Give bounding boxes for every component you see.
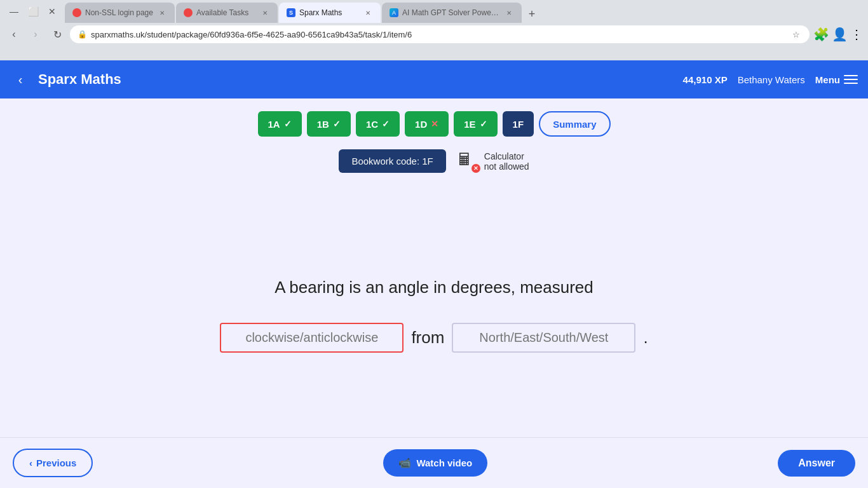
answer-button[interactable]: Answer bbox=[778, 450, 855, 477]
task-tab-summary[interactable]: Summary bbox=[539, 111, 610, 137]
tab-favicon-4: A bbox=[390, 8, 398, 17]
answer-row: from . bbox=[220, 323, 648, 353]
menu-label: Menu bbox=[815, 74, 840, 85]
tab-1b-check: ✓ bbox=[333, 119, 341, 129]
tab-1b-label: 1B bbox=[317, 119, 329, 130]
tab-1f-label: 1F bbox=[513, 119, 524, 130]
tab-1c-label: 1C bbox=[366, 119, 378, 130]
tab-title-1: Non-SSL login page bbox=[85, 8, 153, 17]
extensions-icon[interactable]: 🧩 bbox=[813, 27, 829, 42]
bookwork-code: Bookwork code: 1F bbox=[339, 149, 445, 173]
tab-sparx-maths[interactable]: S Sparx Maths ✕ bbox=[279, 3, 381, 23]
answer-input-2[interactable] bbox=[452, 323, 635, 353]
main-content: 1A ✓ 1B ✓ 1C ✓ 1D ✕ 1E ✓ 1F bbox=[0, 98, 868, 437]
tab-ai-math[interactable]: A AI Math GPT Solver Powered b ✕ bbox=[382, 3, 522, 23]
header-right: 44,910 XP Bethany Waters Menu bbox=[683, 74, 858, 85]
task-tabs: 1A ✓ 1B ✓ 1C ✓ 1D ✕ 1E ✓ 1F bbox=[258, 111, 611, 137]
tab-title-3: Sparx Maths bbox=[299, 8, 359, 17]
tab-1c-check: ✓ bbox=[382, 119, 390, 129]
app-logo: Sparx Maths bbox=[38, 71, 675, 88]
menu-button[interactable]: Menu bbox=[815, 74, 858, 85]
task-tab-1c[interactable]: 1C ✓ bbox=[356, 111, 400, 137]
maximize-button[interactable]: ⬜ bbox=[24, 3, 42, 20]
video-camera-icon: 📹 bbox=[398, 457, 411, 469]
more-options-icon[interactable]: ⋮ bbox=[850, 27, 863, 42]
tab-favicon-1 bbox=[72, 8, 81, 17]
app: ‹ Sparx Maths 44,910 XP Bethany Waters M… bbox=[0, 60, 868, 488]
info-bar: Bookwork code: 1F 🖩 ✕ Calculator not all… bbox=[339, 149, 529, 173]
reload-button[interactable]: ↻ bbox=[48, 25, 66, 43]
tab-title-4: AI Math GPT Solver Powered b bbox=[402, 8, 500, 17]
bottom-bar: ‹ Previous 📹 Watch video Answer bbox=[0, 437, 868, 488]
previous-chevron-icon: ‹ bbox=[29, 458, 32, 468]
answer-label: Answer bbox=[798, 458, 835, 468]
address-bar[interactable]: 🔒 sparxmaths.uk/student/package/60fd936a… bbox=[70, 25, 810, 43]
forward-button[interactable]: › bbox=[27, 25, 44, 43]
calculator-notice: 🖩 ✕ Calculator not allowed bbox=[456, 150, 529, 173]
tab-1d-label: 1D bbox=[415, 119, 427, 130]
tabs-bar: — ⬜ ✕ Non-SSL login page ✕ Available Tas… bbox=[0, 0, 868, 23]
calculator-text: Calculator not allowed bbox=[484, 151, 529, 172]
browser-right-icons: 🧩 👤 ⋮ bbox=[813, 27, 863, 42]
tab-close-3[interactable]: ✕ bbox=[363, 8, 373, 18]
calculator-icon: 🖩 bbox=[456, 150, 473, 169]
calculator-x-icon: ✕ bbox=[471, 164, 480, 173]
lock-icon: 🔒 bbox=[78, 30, 87, 39]
back-nav-button[interactable]: ‹ bbox=[10, 69, 31, 90]
calculator-sublabel: not allowed bbox=[484, 161, 529, 172]
tab-1a-label: 1A bbox=[268, 119, 280, 130]
tab-non-ssl[interactable]: Non-SSL login page ✕ bbox=[65, 3, 175, 23]
minimize-button[interactable]: — bbox=[5, 3, 23, 20]
watch-video-button[interactable]: 📹 Watch video bbox=[383, 449, 487, 477]
answer-input-1[interactable] bbox=[220, 323, 403, 353]
user-name: Bethany Waters bbox=[738, 74, 805, 85]
question-area: A bearing is an angle in degrees, measur… bbox=[220, 206, 648, 424]
period-text: . bbox=[643, 328, 648, 348]
tab-summary-label: Summary bbox=[553, 119, 596, 130]
close-button[interactable]: ✕ bbox=[43, 3, 61, 20]
calculator-label: Calculator bbox=[484, 151, 529, 161]
task-tab-1d[interactable]: 1D ✕ bbox=[405, 111, 449, 137]
task-tab-1e[interactable]: 1E ✓ bbox=[454, 111, 497, 137]
tab-favicon-2 bbox=[184, 8, 193, 17]
tab-title-2: Available Tasks bbox=[196, 8, 256, 17]
window-controls: — ⬜ ✕ bbox=[5, 3, 61, 20]
hamburger-icon bbox=[844, 75, 858, 84]
browser-chrome: — ⬜ ✕ Non-SSL login page ✕ Available Tas… bbox=[0, 0, 868, 60]
task-tab-1a[interactable]: 1A ✓ bbox=[258, 111, 302, 137]
tab-1a-check: ✓ bbox=[284, 119, 292, 129]
app-header: ‹ Sparx Maths 44,910 XP Bethany Waters M… bbox=[0, 60, 868, 98]
previous-label: Previous bbox=[36, 458, 76, 468]
profile-icon[interactable]: 👤 bbox=[832, 27, 848, 42]
back-button[interactable]: ‹ bbox=[5, 25, 23, 43]
tab-favicon-3: S bbox=[287, 8, 295, 17]
url-display: sparxmaths.uk/student/package/60fd936a-6… bbox=[91, 30, 787, 39]
tab-1d-cross: ✕ bbox=[431, 119, 438, 129]
calculator-icon-wrapper: 🖩 ✕ bbox=[456, 150, 479, 173]
tab-close-1[interactable]: ✕ bbox=[157, 8, 167, 18]
task-tab-1f[interactable]: 1F bbox=[503, 111, 534, 137]
bookmark-icon[interactable]: ☆ bbox=[790, 29, 802, 40]
tab-close-2[interactable]: ✕ bbox=[260, 8, 270, 18]
tab-1e-check: ✓ bbox=[480, 119, 487, 129]
tab-1e-label: 1E bbox=[464, 119, 475, 130]
address-bar-row: ‹ › ↻ 🔒 sparxmaths.uk/student/package/60… bbox=[0, 23, 868, 46]
new-tab-button[interactable]: + bbox=[523, 5, 541, 23]
connector-text: from bbox=[411, 328, 444, 348]
previous-button[interactable]: ‹ Previous bbox=[13, 449, 93, 477]
question-text: A bearing is an angle in degrees, measur… bbox=[275, 278, 593, 297]
tab-available-tasks[interactable]: Available Tasks ✕ bbox=[176, 3, 278, 23]
task-tab-1b[interactable]: 1B ✓ bbox=[307, 111, 351, 137]
address-bar-icons: ☆ bbox=[790, 29, 802, 40]
tab-close-4[interactable]: ✕ bbox=[504, 8, 514, 18]
watch-video-label: Watch video bbox=[416, 458, 472, 468]
xp-display: 44,910 XP bbox=[683, 74, 728, 85]
